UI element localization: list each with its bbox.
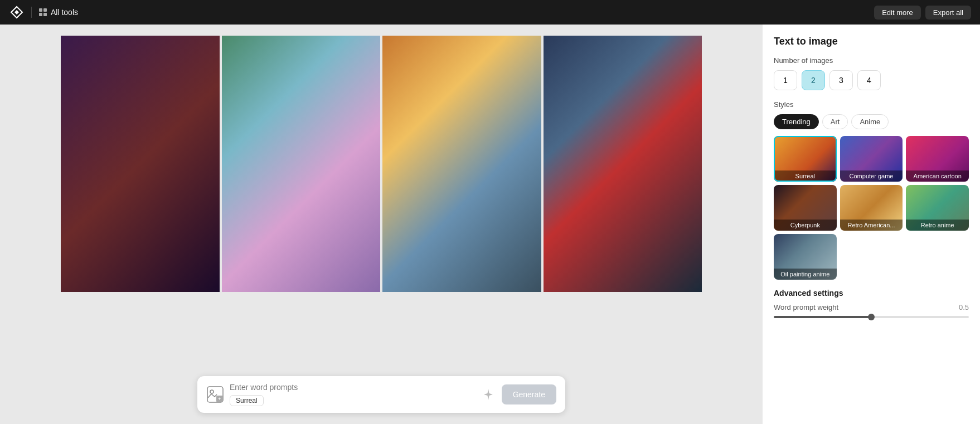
svg-rect-0	[39, 8, 42, 12]
header-divider	[31, 7, 32, 18]
svg-text:+: +	[218, 396, 221, 402]
svg-rect-1	[43, 8, 47, 12]
tools-icon	[38, 8, 47, 17]
style-computer-game[interactable]: Computer game	[840, 136, 903, 182]
generate-button[interactable]: Generate	[502, 384, 556, 404]
prompt-input[interactable]	[230, 383, 475, 392]
num-btn-1[interactable]: 1	[774, 70, 797, 90]
svg-point-7	[210, 390, 214, 393]
style-cyberpunk-label: Cyberpunk	[774, 220, 837, 231]
style-retro-anime[interactable]: Retro anime	[906, 185, 969, 231]
prompt-content: Surreal	[230, 383, 475, 406]
right-panel: Text to image Number of images 1 2 3 4 S…	[763, 25, 980, 424]
style-tabs: Trending Art Anime	[774, 114, 969, 129]
app-header: All tools Edit more Export all	[0, 0, 980, 25]
prompt-tag-surreal[interactable]: Surreal	[230, 395, 264, 406]
export-all-button[interactable]: Export all	[925, 6, 971, 20]
word-prompt-weight-row: Word prompt weight 0.5	[774, 303, 969, 311]
styles-label: Styles	[774, 100, 969, 109]
all-tools-nav[interactable]: All tools	[38, 8, 78, 17]
prompt-image-icon: +	[206, 386, 224, 403]
sparkle-icon	[481, 387, 496, 402]
style-retro-american-label: Retro American...	[840, 220, 903, 231]
style-surreal[interactable]: Surreal	[774, 136, 837, 182]
word-prompt-weight-label: Word prompt weight	[774, 303, 838, 311]
advanced-settings-title: Advanced settings	[774, 289, 969, 298]
style-cyberpunk[interactable]: Cyberpunk	[774, 185, 837, 231]
num-btn-2[interactable]: 2	[802, 70, 825, 90]
app-logo	[9, 4, 25, 20]
image-grid	[61, 36, 702, 292]
num-btn-3[interactable]: 3	[829, 70, 853, 90]
image-card-2[interactable]	[222, 36, 381, 292]
image-card-4[interactable]	[544, 36, 702, 292]
style-american-cartoon[interactable]: American cartoon	[906, 136, 969, 182]
prompt-bar: + Surreal Generate	[197, 376, 565, 413]
image-card-1[interactable]	[61, 36, 220, 292]
panel-title: Text to image	[774, 36, 969, 47]
style-computer-game-label: Computer game	[840, 170, 903, 182]
style-grid: Surreal Computer game American cartoon C…	[774, 136, 969, 280]
svg-rect-2	[39, 13, 42, 16]
num-images-label: Number of images	[774, 56, 969, 65]
style-surreal-label: Surreal	[774, 170, 837, 182]
style-oil-painting-anime-label: Oil painting anime	[774, 269, 837, 280]
num-images-selector: 1 2 3 4	[774, 70, 969, 90]
prompt-tags: Surreal	[230, 395, 475, 406]
all-tools-label: All tools	[51, 8, 78, 17]
word-prompt-weight-value: 0.5	[959, 303, 969, 311]
style-oil-painting-anime[interactable]: Oil painting anime	[774, 234, 837, 280]
num-btn-4[interactable]: 4	[857, 70, 881, 90]
image-card-3[interactable]	[382, 36, 541, 292]
header-actions: Edit more Export all	[874, 6, 971, 20]
style-retro-anime-label: Retro anime	[906, 220, 969, 231]
tab-anime[interactable]: Anime	[851, 114, 889, 129]
word-prompt-weight-slider[interactable]	[774, 316, 969, 318]
svg-rect-3	[43, 13, 47, 16]
canvas-area: + Surreal Generate	[0, 25, 763, 424]
edit-more-button[interactable]: Edit more	[874, 6, 921, 20]
tab-trending[interactable]: Trending	[774, 114, 819, 129]
style-retro-american[interactable]: Retro American...	[840, 185, 903, 231]
main-layout: + Surreal Generate Text to image	[0, 25, 980, 424]
tab-art[interactable]: Art	[822, 114, 848, 129]
style-american-cartoon-label: American cartoon	[906, 170, 969, 182]
